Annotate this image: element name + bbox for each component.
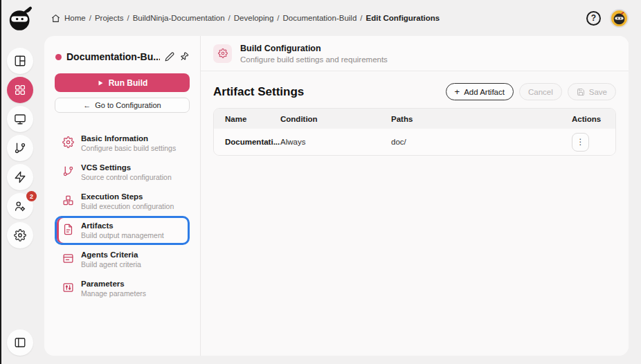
page-title: Build Configuration: [240, 44, 388, 53]
main-content: Build Configuration Configure build sett…: [201, 36, 629, 356]
user-avatar[interactable]: [610, 9, 629, 28]
rail-item-actions[interactable]: [7, 164, 33, 190]
plus-icon: +: [455, 87, 460, 96]
rail-item-changes[interactable]: [7, 135, 33, 161]
column-header-name: Name: [225, 115, 280, 123]
notification-badge: 2: [26, 191, 37, 201]
left-rail: 2: [1, 0, 39, 364]
arrow-left-icon: ←: [83, 101, 91, 109]
save-label: Save: [589, 88, 607, 96]
row-actions-button[interactable]: ⋮: [572, 133, 589, 152]
rail-item-users[interactable]: 2: [7, 193, 33, 219]
nav-item-label: Parameters: [81, 280, 146, 288]
config-title: Documentation-Bu...: [66, 51, 160, 62]
agent-card-icon: [62, 253, 74, 264]
rail-item-agents[interactable]: [7, 106, 33, 132]
breadcrumb-separator: /: [89, 14, 91, 22]
rail-item-collapse-sidebar[interactable]: [7, 329, 33, 356]
nav-item-sublabel: Configure basic build settings: [81, 144, 176, 152]
nav-item-sublabel: Manage parameters: [81, 289, 146, 298]
sidebar-item-agents-criteria[interactable]: Agents Criteria Build agent criteria: [55, 245, 190, 274]
breadcrumb-separator: /: [360, 14, 362, 22]
cell-artifact-condition: Always: [280, 138, 391, 146]
nav-item-label: Basic Information: [81, 134, 176, 143]
config-sidebar: Documentation-Bu... Run Build: [44, 36, 201, 356]
rail-item-projects[interactable]: [7, 77, 33, 103]
breadcrumb: Home / Projects / BuildNinja-Documentati…: [51, 14, 440, 23]
zap-icon: [14, 171, 26, 183]
sidebar-item-vcs-settings[interactable]: VCS Settings Source control configuratio…: [55, 158, 190, 187]
play-icon: [97, 80, 104, 87]
column-header-actions: Actions: [572, 115, 615, 123]
git-branch-icon: [62, 165, 74, 177]
parameters-icon: [62, 282, 74, 293]
goto-configuration-button[interactable]: ← Go to Configuration: [55, 98, 190, 113]
config-title-row: Documentation-Bu...: [55, 51, 189, 62]
panel-left-icon: [14, 336, 26, 349]
table-row[interactable]: Documentati... Always doc/ ⋮: [214, 129, 615, 155]
nav-item-sublabel: Build output management: [81, 231, 164, 239]
nav-item-label: Artifacts: [81, 221, 164, 230]
breadcrumb-separator: /: [277, 14, 279, 22]
home-icon[interactable]: [51, 14, 60, 23]
rail-button-group: 2: [7, 48, 33, 248]
monitor-icon: [14, 113, 26, 125]
save-icon: [577, 88, 585, 96]
rail-item-dashboard[interactable]: [7, 48, 33, 74]
nav-item-label: Agents Criteria: [81, 251, 141, 259]
status-dot: [55, 54, 62, 60]
run-build-label: Run Build: [109, 78, 148, 88]
sidebar-item-basic-information[interactable]: Basic Information Configure basic build …: [55, 129, 190, 158]
artifacts-table: Name Condition Paths Actions Documentati…: [213, 108, 616, 156]
goto-configuration-label: Go to Configuration: [95, 101, 161, 109]
cell-artifact-paths: doc/: [391, 138, 572, 146]
nav-item-sublabel: Source control configuration: [81, 173, 172, 181]
artifact-settings-section: Artifact Settings + Add Artifact Cancel: [201, 71, 629, 167]
rail-item-settings[interactable]: [7, 222, 33, 248]
cancel-button[interactable]: Cancel: [519, 83, 562, 100]
breadcrumb-item-subproject[interactable]: Developing: [234, 14, 274, 22]
git-branch-icon: [14, 142, 26, 154]
breadcrumb-item-build[interactable]: Documentation-Build: [283, 14, 357, 22]
gear-icon: [62, 136, 74, 148]
section-title: Artifact Settings: [213, 85, 304, 99]
add-artifact-label: Add Artifact: [464, 88, 505, 96]
cancel-label: Cancel: [528, 88, 553, 96]
breadcrumb-item-projects[interactable]: Projects: [95, 14, 124, 22]
save-button[interactable]: Save: [568, 83, 616, 100]
gear-icon: [14, 229, 26, 242]
gear-icon: [213, 44, 232, 63]
main-card: Documentation-Bu... Run Build: [44, 36, 629, 356]
buildninja-logo-icon[interactable]: [6, 5, 34, 33]
config-nav: Basic Information Configure basic build …: [55, 129, 190, 303]
sidebar-item-execution-steps[interactable]: Execution Steps Build execution configur…: [55, 187, 190, 216]
breadcrumb-item-current: Edit Configurations: [366, 14, 440, 22]
help-icon[interactable]: ?: [586, 11, 601, 26]
section-header: Artifact Settings + Add Artifact Cancel: [213, 83, 616, 100]
cell-artifact-name: Documentati...: [225, 138, 280, 146]
top-bar: Home / Projects / BuildNinja-Documentati…: [39, 0, 641, 36]
section-actions: + Add Artifact Cancel Save: [446, 83, 616, 100]
user-gear-icon: [14, 200, 26, 212]
kebab-menu-icon: ⋮: [577, 137, 585, 147]
breadcrumb-separator: /: [228, 14, 231, 22]
breadcrumb-separator: /: [127, 14, 129, 22]
table-header-row: Name Condition Paths Actions: [214, 109, 615, 129]
pencil-icon[interactable]: [165, 52, 174, 62]
sidebar-item-artifacts[interactable]: Artifacts Build output management: [55, 216, 190, 245]
nav-item-sublabel: Build execution configuration: [81, 202, 174, 210]
document-icon: [62, 224, 74, 235]
content-header: Build Configuration Configure build sett…: [201, 36, 629, 71]
column-header-condition: Condition: [280, 115, 391, 123]
nav-item-label: Execution Steps: [81, 192, 174, 201]
breadcrumb-item-project[interactable]: BuildNinja-Documentation: [133, 14, 225, 22]
layout-icon: [14, 55, 26, 67]
sidebar-item-parameters[interactable]: Parameters Manage parameters: [55, 274, 190, 303]
breadcrumb-item-home[interactable]: Home: [64, 14, 86, 22]
pin-icon[interactable]: [179, 52, 189, 62]
nav-item-label: VCS Settings: [81, 163, 172, 172]
steps-blocks-icon: [62, 194, 74, 206]
add-artifact-button[interactable]: + Add Artifact: [446, 83, 514, 100]
nav-item-sublabel: Build agent criteria: [81, 260, 141, 269]
run-build-button[interactable]: Run Build: [55, 73, 190, 92]
